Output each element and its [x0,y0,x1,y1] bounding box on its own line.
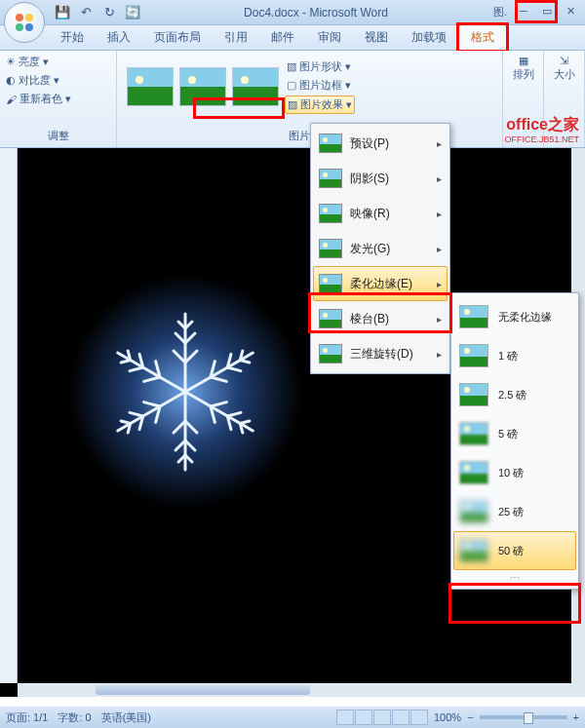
view-buttons [336,709,428,725]
arrange-button[interactable]: ▦ 排列 [509,55,537,82]
tab-references[interactable]: 引用 [213,25,259,50]
view-draft[interactable] [410,709,428,725]
recolor-button[interactable]: 🖌重新着色 ▾ [6,92,110,106]
effects-icon: ▨ [288,98,297,111]
soft-edge-option-25pt[interactable]: 25 磅 [453,492,576,531]
chevron-right-icon: ▸ [437,279,442,289]
annotation-highlight [456,22,509,53]
chevron-right-icon: ▸ [437,349,442,360]
brightness-button[interactable]: ☀亮度 ▾ [6,55,110,69]
menu-item-preset[interactable]: 预设(P)▸ [313,126,448,161]
thumb-icon [459,422,488,445]
chevron-right-icon: ▸ [437,138,442,149]
chevron-right-icon: ▸ [437,244,442,254]
picture-effects-menu: 预设(P)▸ 阴影(S)▸ 映像(R)▸ 发光(G)▸ 柔化边缘(E)▸ 棱台(… [310,123,450,374]
thumb-icon [319,169,342,188]
tab-home[interactable]: 开始 [49,25,96,50]
tab-insert[interactable]: 插入 [96,25,142,50]
window-title: Doc4.docx - Microsoft Word [142,6,489,19]
status-page[interactable]: 页面: 1/1 [6,710,48,725]
svg-point-1 [25,14,33,21]
menu-item-shadow[interactable]: 阴影(S)▸ [313,161,448,196]
status-words[interactable]: 字数: 0 [58,710,91,725]
thumb-icon [459,344,488,367]
svg-point-2 [16,23,23,31]
annotation-highlight [193,97,285,119]
view-full-screen[interactable] [355,709,372,725]
thumb-icon [459,305,488,328]
soft-edge-option-none[interactable]: 无柔化边缘 [453,297,576,336]
zoom-level[interactable]: 100% [434,711,461,723]
tab-addins[interactable]: 加载项 [400,25,458,50]
selected-image[interactable] [58,265,312,518]
picture-shape-button[interactable]: ▧图片形状 ▾ [285,58,355,75]
recolor-icon: 🖌 [6,94,17,105]
annotation-highlight [308,292,452,333]
refresh-button[interactable]: 🔄 [123,3,142,22]
size-button[interactable]: ⇲ 大小 [550,55,578,82]
zoom-in-button[interactable]: + [573,711,579,723]
contrast-icon: ◐ [6,74,16,87]
redo-button[interactable]: ↻ [99,3,119,22]
tab-mailings[interactable]: 邮件 [259,25,306,50]
view-outline[interactable] [392,709,410,725]
thumb-icon [319,239,342,258]
style-thumb-1[interactable] [127,67,174,106]
group-adjust: ☀亮度 ▾ ◐对比度 ▾ 🖌重新着色 ▾ 调整 [0,51,117,147]
tab-review[interactable]: 审阅 [306,25,353,50]
watermark: office之家 [506,115,579,135]
sun-icon: ☀ [6,56,16,68]
save-button[interactable]: 💾 [53,3,72,22]
scrollbar-thumb[interactable] [96,685,310,695]
tab-page-layout[interactable]: 页面布局 [142,25,213,50]
ribbon-tab-bar: 开始 插入 页面布局 引用 邮件 审阅 视图 加载项 格式 [0,25,585,51]
soft-edge-option-10pt[interactable]: 10 磅 [453,453,576,492]
view-web-layout[interactable] [373,709,391,725]
chevron-right-icon: ▸ [437,173,442,184]
thumb-icon [459,383,488,406]
tab-format[interactable]: 格式 [458,24,507,50]
soft-edge-option-1pt[interactable]: 1 磅 [453,336,576,375]
undo-button[interactable]: ↶ [76,3,96,22]
annotation-highlight [515,0,558,23]
menu-item-glow[interactable]: 发光(G)▸ [313,231,448,266]
contrast-button[interactable]: ◐对比度 ▾ [6,73,110,88]
svg-point-3 [25,23,33,31]
soft-edge-option-2-5pt[interactable]: 2.5 磅 [453,375,576,414]
thumb-icon [459,500,488,523]
annotation-highlight [448,583,581,624]
size-icon: ⇲ [550,55,578,67]
group-label-adjust: 调整 [6,127,110,143]
context-label: 图. [489,5,511,20]
office-button[interactable] [4,2,45,43]
picture-effects-button[interactable]: ▨图片效果 ▾ [285,96,355,114]
thumb-icon [459,461,488,484]
tab-view[interactable]: 视图 [353,25,400,50]
thumb-icon [319,134,342,153]
svg-line-5 [174,351,185,363]
vertical-ruler [0,148,18,683]
ribbon: ☀亮度 ▾ ◐对比度 ▾ 🖌重新着色 ▾ 调整 ▧图片形状 ▾ ▢图片边框 ▾ … [0,51,585,148]
quick-access-toolbar: 💾 ↶ ↻ 🔄 [53,3,142,22]
border-icon: ▢ [287,79,296,92]
menu-item-reflection[interactable]: 映像(R)▸ [313,196,448,231]
status-language[interactable]: 英语(美国) [101,710,151,725]
thumb-icon [319,204,342,223]
svg-point-0 [16,14,23,21]
picture-border-button[interactable]: ▢图片边框 ▾ [285,77,355,94]
status-bar: 页面: 1/1 字数: 0 英语(美国) 100% − + [0,707,585,728]
office-logo-icon [13,11,36,34]
svg-line-6 [185,351,197,363]
menu-item-3d-rotation[interactable]: 三维旋转(D)▸ [313,336,448,371]
soft-edge-option-5pt[interactable]: 5 磅 [453,414,576,453]
watermark-sub: OFFICE.JB51.NET [504,134,579,144]
soft-edge-option-50pt[interactable]: 50 磅 [453,531,576,570]
thumb-icon [459,539,488,562]
view-print-layout[interactable] [336,709,354,725]
arrange-icon: ▦ [509,55,537,67]
soft-edges-submenu: 无柔化边缘 1 磅 2.5 磅 5 磅 10 磅 25 磅 50 磅 ⋯ [450,292,579,590]
close-button[interactable]: ✕ [560,5,581,20]
zoom-slider[interactable] [480,715,567,719]
horizontal-scrollbar[interactable] [18,683,585,697]
zoom-out-button[interactable]: − [467,711,473,723]
